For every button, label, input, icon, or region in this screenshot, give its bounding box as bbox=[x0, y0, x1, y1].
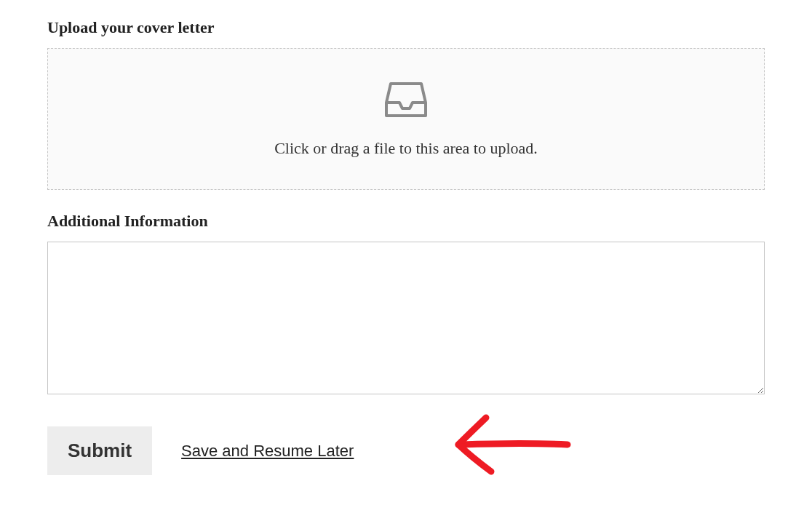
inbox-icon bbox=[385, 81, 427, 119]
upload-instruction: Click or drag a file to this area to upl… bbox=[274, 139, 538, 158]
upload-label: Upload your cover letter bbox=[47, 18, 765, 37]
upload-field-group: Upload your cover letter Click or drag a… bbox=[47, 18, 765, 190]
additional-info-label: Additional Information bbox=[47, 212, 765, 231]
submit-button[interactable]: Submit bbox=[47, 426, 152, 475]
additional-info-textarea[interactable] bbox=[47, 242, 765, 394]
form-actions: Submit Save and Resume Later bbox=[47, 426, 765, 475]
upload-dropzone[interactable]: Click or drag a file to this area to upl… bbox=[47, 48, 765, 190]
additional-info-group: Additional Information bbox=[47, 212, 765, 397]
save-resume-link[interactable]: Save and Resume Later bbox=[181, 442, 354, 461]
annotation-arrow-icon bbox=[451, 405, 575, 477]
